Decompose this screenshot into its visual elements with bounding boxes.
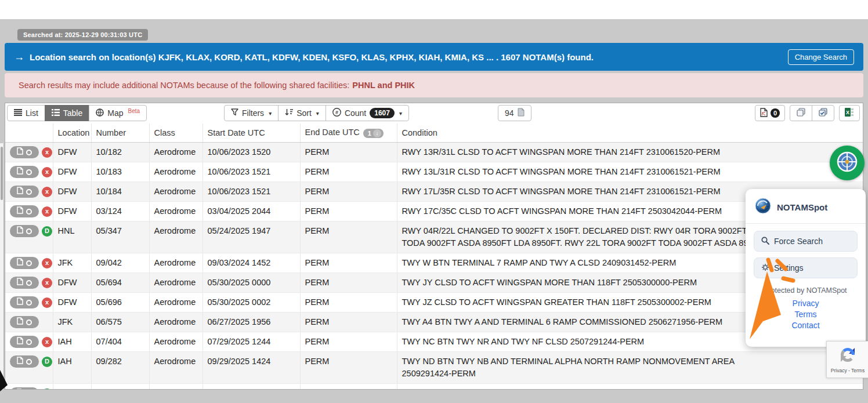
- status-cancelled-icon: x: [42, 258, 52, 268]
- row-location-cell: DFW: [53, 182, 91, 202]
- sort-button[interactable]: Sort ▾: [278, 105, 326, 121]
- row-pdf-view-button[interactable]: [10, 296, 39, 308]
- filter-sort-count-group: Filters ▾ Sort ▾ # Count 1607 ▾: [224, 105, 409, 121]
- row-location-cell: IAH: [53, 384, 91, 390]
- row-start-date-cell: 10/06/2023 1521: [202, 182, 300, 202]
- table-icon: [52, 108, 60, 118]
- header-class[interactable]: Class: [149, 124, 202, 143]
- protected-by-label: protected by NOTAMSpot: [746, 286, 866, 295]
- circle-icon: [26, 209, 32, 215]
- notam-row[interactable]: xDFW05/696Aerodrome05/30/2025 0002PERMTW…: [5, 293, 863, 313]
- notam-row[interactable]: JFK06/575Aerodrome06/27/2025 1956PERMTWY…: [5, 313, 863, 332]
- row-pdf-view-button[interactable]: [10, 186, 39, 198]
- notam-row[interactable]: xDFW10/182Aerodrome10/06/2023 1520PERMRW…: [5, 143, 863, 162]
- excel-export-button[interactable]: X: [839, 105, 860, 121]
- view-switcher: List Table Map Beta: [7, 105, 147, 121]
- row-condition-cell: TWY ND BTN TWY NB AND TERMINAL ALPHA NOR…: [397, 352, 863, 384]
- force-search-button[interactable]: Force Search: [754, 231, 858, 252]
- circle-icon: [26, 260, 32, 266]
- header-number[interactable]: Number: [91, 124, 149, 143]
- circle-icon: [26, 359, 32, 365]
- condition-text: TWY W BTN TERMINAL 7 RAMP AND TWY A CLSD…: [402, 257, 756, 269]
- table-header-row: Location Number Class Start Date UTC End…: [5, 124, 863, 143]
- row-class-cell: Aerodrome: [149, 384, 202, 390]
- row-class-cell: Aerodrome: [149, 222, 202, 253]
- circle-icon: [26, 189, 32, 195]
- view-table-button[interactable]: Table: [45, 105, 89, 121]
- notam-row[interactable]: DIAH09/283Aerodrome09/29/2025 1425PERMTW…: [5, 384, 863, 390]
- scrollbar-thumb[interactable]: [1, 147, 3, 200]
- shared-facilities-warning: Search results may include additional NO…: [5, 73, 863, 97]
- row-number-cell: 10/184: [91, 182, 149, 202]
- header-actions: [5, 124, 53, 143]
- row-start-date-cell: 03/04/2025 2044: [202, 202, 300, 222]
- row-pdf-view-button[interactable]: [10, 166, 39, 178]
- row-number-cell: 09/042: [91, 253, 149, 273]
- row-start-date-cell: 05/30/2025 0000: [202, 273, 300, 293]
- count-button[interactable]: # Count 1607 ▾: [326, 105, 409, 121]
- row-pdf-view-button[interactable]: [10, 277, 39, 289]
- status-cancelled-icon: x: [42, 206, 52, 217]
- notam-row[interactable]: xJFK09/042Aerodrome09/03/2024 1452PERMTW…: [5, 253, 863, 273]
- row-end-date-cell: PERM: [300, 384, 397, 390]
- row-class-cell: Aerodrome: [149, 143, 202, 162]
- condition-text: TWY NC BTN TWY NR AND TWY NF CLSD 250729…: [402, 336, 756, 348]
- change-search-button[interactable]: Change Search: [788, 49, 854, 65]
- row-actions-cell: x: [5, 293, 53, 313]
- row-pdf-view-button[interactable]: [10, 336, 39, 348]
- row-pdf-view-button[interactable]: [10, 205, 39, 217]
- header-end-date[interactable]: End Date UTC1↓: [300, 124, 397, 143]
- privacy-link[interactable]: Privacy: [793, 298, 819, 308]
- row-end-date-cell: PERM: [300, 182, 397, 202]
- condition-text: TWY A4 BTN TWY A AND TERMINAL 6 RAMP COM…: [402, 316, 756, 328]
- condition-text: RWY 13L/31R CLSD TO ACFT WINGSPAN MORE T…: [402, 166, 756, 178]
- header-location[interactable]: Location: [53, 124, 91, 143]
- filters-button[interactable]: Filters ▾: [224, 105, 279, 121]
- panel-links: Privacy Terms Contact: [746, 298, 866, 331]
- sort-direction-icon: ↓: [373, 129, 381, 137]
- notam-row[interactable]: DIAH09/282Aerodrome09/29/2025 1424PERMTW…: [5, 352, 863, 384]
- status-cancelled-icon: x: [42, 278, 52, 288]
- panel-divider: [746, 223, 866, 224]
- view-list-button[interactable]: List: [7, 105, 45, 121]
- row-pdf-view-button[interactable]: [10, 387, 39, 390]
- notam-row[interactable]: xDFW03/124Aerodrome03/04/2025 2044PERMRW…: [5, 202, 863, 222]
- list-icon: [14, 108, 22, 118]
- header-condition[interactable]: Condition: [397, 124, 863, 143]
- page-count-button[interactable]: 94: [498, 105, 531, 121]
- row-location-cell: JFK: [53, 253, 91, 273]
- view-table-label: Table: [63, 108, 82, 118]
- panel-header: NOTAMSpot: [746, 189, 866, 223]
- pdf-icon: [17, 146, 23, 158]
- row-class-cell: Aerodrome: [149, 202, 202, 222]
- settings-button[interactable]: Settings: [754, 257, 858, 278]
- pdf-queue-button[interactable]: 0: [755, 105, 785, 121]
- row-pdf-view-button[interactable]: [10, 146, 39, 158]
- row-pdf-view-button[interactable]: [10, 257, 39, 269]
- header-start-date[interactable]: Start Date UTC: [202, 124, 300, 143]
- export-tools: 0 X: [755, 105, 860, 121]
- hash-circle-icon: #: [332, 108, 341, 118]
- row-pdf-view-button[interactable]: [10, 316, 39, 328]
- pdf-icon: [17, 225, 23, 237]
- row-location-cell: JFK: [53, 313, 91, 332]
- notam-row[interactable]: xDFW05/694Aerodrome05/30/2025 0000PERMTW…: [5, 273, 863, 293]
- contact-link[interactable]: Contact: [791, 320, 819, 331]
- notamspot-widget-button[interactable]: [830, 146, 865, 180]
- row-pdf-view-button[interactable]: [10, 355, 39, 368]
- results-container: List Table Map Beta Filters: [5, 103, 863, 390]
- copy-all-button[interactable]: [812, 105, 834, 121]
- notam-row[interactable]: xDFW10/184Aerodrome10/06/2023 1521PERMRW…: [5, 182, 863, 202]
- notam-row[interactable]: xIAH07/404Aerodrome07/29/2025 1244PERMTW…: [5, 332, 863, 352]
- row-class-cell: Aerodrome: [149, 293, 202, 313]
- view-map-button[interactable]: Map Beta: [89, 105, 147, 121]
- row-location-cell: DFW: [53, 143, 91, 162]
- notam-row[interactable]: DHNL05/347Aerodrome05/24/2025 1947PERMRW…: [5, 222, 863, 253]
- notam-row[interactable]: xDFW10/183Aerodrome10/06/2023 1521PERMRW…: [5, 162, 863, 182]
- copy-button[interactable]: [790, 105, 812, 121]
- notam-table: Location Number Class Start Date UTC End…: [5, 124, 863, 390]
- row-pdf-view-button[interactable]: [10, 225, 39, 237]
- recaptcha-badge[interactable]: Privacy - Terms: [826, 341, 868, 378]
- terms-link[interactable]: Terms: [794, 309, 816, 320]
- left-scrollbar[interactable]: [0, 143, 4, 390]
